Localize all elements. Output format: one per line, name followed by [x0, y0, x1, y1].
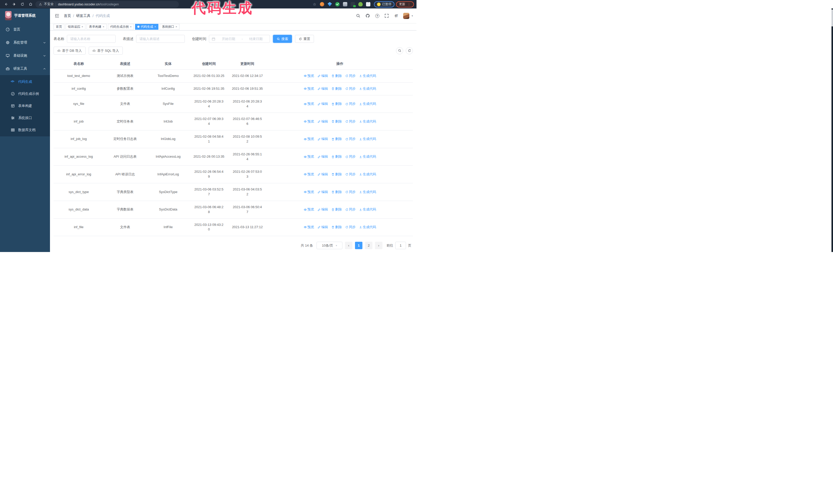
reset-button[interactable]: 重置: [295, 35, 314, 43]
delete-action[interactable]: 删除: [331, 154, 342, 159]
edit-action[interactable]: 编辑: [317, 225, 328, 230]
close-icon[interactable]: ×: [102, 25, 104, 28]
extensions-puzzle-icon[interactable]: [366, 2, 371, 6]
preview-action[interactable]: 预览: [304, 172, 314, 177]
edit-action[interactable]: 编辑: [317, 154, 328, 159]
sidebar-item-system-api[interactable]: 系统接口: [0, 112, 50, 124]
sidebar-item-codegen-example[interactable]: 代码生成示例: [0, 88, 50, 100]
browser-forward-icon[interactable]: [11, 1, 18, 8]
sidebar-item-dev-tools[interactable]: 研发工具: [0, 62, 50, 75]
header-search-icon[interactable]: [356, 13, 361, 19]
browser-menu-icon[interactable]: ⋮: [407, 2, 411, 6]
edit-action[interactable]: 编辑: [317, 101, 328, 106]
browser-update-button[interactable]: 更新 ⋮: [396, 1, 414, 7]
generate-code-action[interactable]: 生成代码: [359, 101, 376, 106]
edit-action[interactable]: 编辑: [317, 207, 328, 212]
extension-icon-gem[interactable]: [328, 2, 332, 6]
delete-action[interactable]: 删除: [331, 225, 342, 230]
edit-action[interactable]: 编辑: [317, 87, 328, 91]
github-icon[interactable]: [365, 13, 371, 19]
sidebar-item-db-docs[interactable]: 数据库文档: [0, 124, 50, 136]
search-button[interactable]: 搜索: [273, 35, 292, 43]
generate-code-action[interactable]: 生成代码: [359, 154, 376, 159]
delete-action[interactable]: 删除: [331, 101, 342, 106]
browser-home-icon[interactable]: [27, 1, 34, 8]
goto-page-input[interactable]: [395, 242, 406, 249]
preview-action[interactable]: 预览: [304, 154, 314, 159]
generate-code-action[interactable]: 生成代码: [359, 190, 376, 195]
generate-code-action[interactable]: 生成代码: [359, 225, 376, 230]
preview-action[interactable]: 预览: [304, 74, 314, 78]
preview-action[interactable]: 预览: [304, 137, 314, 142]
edit-action[interactable]: 编辑: [317, 190, 328, 195]
edit-action[interactable]: 编辑: [317, 74, 328, 78]
sync-action[interactable]: 同步: [345, 154, 356, 159]
sync-action[interactable]: 同步: [345, 190, 356, 195]
breadcrumb-home[interactable]: 首页: [64, 14, 71, 18]
font-size-icon[interactable]: tT: [394, 13, 399, 19]
import-sql-button[interactable]: 基于 SQL 导入: [89, 47, 123, 55]
tab-codegen[interactable]: 代码生成 ×: [135, 24, 158, 30]
extension-icon-grid[interactable]: [343, 2, 347, 6]
generate-code-action[interactable]: 生成代码: [359, 119, 376, 124]
preview-action[interactable]: 预览: [304, 225, 314, 230]
page-button-1[interactable]: 1: [355, 242, 362, 249]
tab-codegen-example[interactable]: 代码生成示例 ×: [108, 24, 134, 30]
table-name-input[interactable]: [67, 35, 116, 43]
edit-action[interactable]: 编辑: [317, 119, 328, 124]
extension-icon-green[interactable]: [358, 2, 363, 6]
browser-back-icon[interactable]: [3, 1, 9, 8]
toggle-search-icon[interactable]: [396, 47, 403, 54]
sync-action[interactable]: 同步: [345, 74, 356, 78]
table-desc-input[interactable]: [136, 35, 185, 43]
tab-home[interactable]: 首页: [53, 24, 64, 30]
preview-action[interactable]: 预览: [304, 207, 314, 212]
avatar-caret-down-icon[interactable]: ▾: [412, 14, 413, 17]
sync-action[interactable]: 同步: [345, 225, 356, 230]
next-page-button[interactable]: ›: [375, 242, 382, 249]
prev-page-button[interactable]: ‹: [345, 242, 352, 249]
sync-action[interactable]: 同步: [345, 137, 356, 142]
sidebar-toggle-icon[interactable]: [53, 13, 60, 19]
help-icon[interactable]: ?: [375, 13, 380, 19]
edit-action[interactable]: 编辑: [317, 172, 328, 177]
tab-form-builder[interactable]: 表单构建 ×: [87, 24, 106, 30]
sync-action[interactable]: 同步: [345, 207, 356, 212]
generate-code-action[interactable]: 生成代码: [359, 87, 376, 91]
end-date-placeholder[interactable]: 结束日期: [245, 37, 267, 41]
delete-action[interactable]: 删除: [331, 190, 342, 195]
page-size-select[interactable]: 10条/页 ▾: [316, 242, 342, 249]
sync-action[interactable]: 同步: [345, 101, 356, 106]
close-icon[interactable]: ×: [81, 25, 83, 28]
delete-action[interactable]: 删除: [331, 172, 342, 177]
start-date-placeholder[interactable]: 开始日期: [217, 37, 240, 41]
tab-system-api[interactable]: 系统接口 ×: [160, 24, 180, 30]
import-db-button[interactable]: 基于 DB 导入: [53, 47, 86, 55]
delete-action[interactable]: 删除: [331, 137, 342, 142]
generate-code-action[interactable]: 生成代码: [359, 137, 376, 142]
sidebar-item-home[interactable]: 首页: [0, 23, 50, 36]
generate-code-action[interactable]: 生成代码: [359, 74, 376, 78]
preview-action[interactable]: 预览: [304, 119, 314, 124]
sync-action[interactable]: 同步: [345, 87, 356, 91]
generate-code-action[interactable]: 生成代码: [359, 207, 376, 212]
sync-action[interactable]: 同步: [345, 119, 356, 124]
sidebar-item-codegen[interactable]: </> 代码生成: [0, 76, 50, 88]
fullscreen-icon[interactable]: [384, 13, 389, 19]
preview-action[interactable]: 预览: [304, 87, 314, 91]
extension-icon-check[interactable]: [335, 2, 340, 6]
browser-reload-icon[interactable]: [19, 1, 26, 8]
sync-action[interactable]: 同步: [345, 172, 356, 177]
breadcrumb-dev-tools[interactable]: 研发工具: [76, 14, 91, 18]
delete-action[interactable]: 删除: [331, 74, 342, 78]
delete-action[interactable]: 删除: [331, 207, 342, 212]
extension-icon-on-badge[interactable]: [351, 2, 355, 6]
sidebar-item-system[interactable]: 系统管理: [0, 36, 50, 49]
preview-action[interactable]: 预览: [304, 190, 314, 195]
create-time-range-picker[interactable]: 开始日期 - 结束日期: [209, 35, 270, 43]
close-icon[interactable]: ×: [130, 25, 132, 28]
sidebar-item-form-builder[interactable]: 表单构建: [0, 100, 50, 112]
tab-tracing[interactable]: 链路追踪 ×: [66, 24, 85, 30]
close-icon[interactable]: ×: [154, 25, 156, 28]
app-logo-area[interactable]: 芋道管理系统: [0, 8, 50, 23]
